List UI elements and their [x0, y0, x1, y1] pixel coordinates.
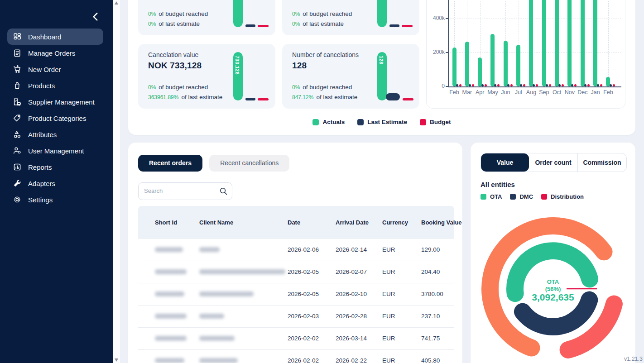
column-header-date[interactable]: Date: [288, 206, 300, 239]
entities-legend: OTADMCDistribution: [481, 193, 584, 200]
estimate-pct: 0%: [148, 21, 156, 27]
dot-budget-7[interactable]: [549, 84, 551, 86]
cell-booking-value: 129.00: [421, 239, 440, 261]
dot-last-estimate-1[interactable]: [469, 84, 471, 86]
table-row[interactable]: 2026-02-022026-02-22EUR405.80: [138, 350, 454, 363]
search-icon[interactable]: [219, 186, 228, 196]
bar-actuals-mar-1[interactable]: [465, 42, 469, 86]
estimate-pct-label: of last estimate: [181, 94, 222, 100]
sidebar-item-dashboard[interactable]: Dashboard: [7, 29, 103, 45]
cell-booking-value: 3780.00: [421, 283, 443, 305]
last-estimate-row: 847.12%of last estimate: [292, 94, 357, 100]
bar-actuals-jan-11[interactable]: [593, 0, 597, 86]
column-header-arrival-date[interactable]: Arrival Date: [336, 206, 369, 239]
dot-budget-0[interactable]: [459, 84, 461, 86]
search-input[interactable]: [139, 183, 221, 199]
column-header-short-id[interactable]: Short Id: [155, 206, 177, 239]
bar-actuals-dec-10[interactable]: [581, 0, 585, 86]
estimate-pct: 0%: [292, 21, 300, 27]
sidebar-item-new-order[interactable]: New Order: [7, 61, 103, 77]
column-header-currency[interactable]: Currency: [382, 206, 408, 239]
tab-recent-orders[interactable]: Recent orders: [138, 155, 202, 172]
scroll-up-arrow-icon[interactable]: [115, 1, 118, 5]
dot-last-estimate-7[interactable]: [546, 84, 548, 86]
sidebar-item-reports[interactable]: Reports: [7, 159, 103, 175]
dot-last-estimate-10[interactable]: [584, 84, 586, 86]
bar-actuals-feb-0[interactable]: [452, 48, 457, 86]
sidebar-item-user-management[interactable]: User Management: [7, 143, 103, 159]
sidebar-collapse-button[interactable]: [90, 12, 101, 22]
bar-actuals-jun-4[interactable]: [504, 41, 508, 86]
kpi-card-title: Cancelation value: [148, 51, 198, 58]
orders-table-header: Short IdClient NameDateArrival DateCurre…: [138, 206, 454, 239]
legend-item-distribution[interactable]: Distribution: [541, 193, 584, 200]
scroll-down-arrow-icon[interactable]: [115, 358, 118, 362]
column-header-client-name[interactable]: Client Name: [199, 206, 233, 239]
dot-budget-1[interactable]: [472, 84, 474, 86]
mini-bar-actuals: 733,128: [233, 52, 243, 100]
dot-last-estimate-0[interactable]: [456, 84, 458, 86]
orders-search: [138, 182, 232, 200]
content-scrollbar[interactable]: [113, 0, 120, 363]
legend-item-budget[interactable]: Budget: [420, 119, 451, 125]
last-estimate-row: 0%of last estimate: [292, 20, 344, 27]
sidebar-item-products[interactable]: Products: [7, 77, 103, 94]
sidebar-item-attributes[interactable]: Attributes: [7, 126, 103, 143]
short-id-redacted: [155, 358, 184, 363]
bar-actuals-nov-9[interactable]: [567, 0, 572, 86]
legend-item-ota[interactable]: OTA: [481, 193, 502, 200]
legend-item-actuals[interactable]: Actuals: [312, 119, 345, 125]
entities-tabs: ValueOrder countCommission: [481, 153, 627, 172]
bar-actuals-may-3[interactable]: [490, 34, 495, 86]
legend-item-dmc[interactable]: DMC: [510, 193, 533, 200]
x-tick-label: Feb: [601, 89, 616, 96]
column-header-booking-value[interactable]: Booking Value: [421, 206, 462, 239]
table-row[interactable]: 2026-02-052026-02-07EUR204.40: [138, 261, 454, 283]
sidebar-item-label: Products: [28, 82, 55, 90]
table-row[interactable]: 2026-02-062026-02-14EUR129.00: [138, 239, 454, 261]
bar-actuals-aug-6[interactable]: [529, 0, 533, 86]
dot-budget-10[interactable]: [587, 84, 590, 86]
mini-bar-budget: [258, 25, 269, 27]
estimate-pct: 363961.89%: [148, 94, 178, 100]
kpi-card: Number of cancelations1280%of budget rea…: [282, 44, 419, 109]
bar-actuals-sep-7[interactable]: [542, 0, 546, 86]
budget-pct: 0%: [292, 84, 300, 91]
mini-bar-last-estimate: [245, 24, 255, 27]
sidebar-item-product-categories[interactable]: Product Categories: [7, 110, 103, 126]
bar-actuals-oct-8[interactable]: [555, 0, 559, 86]
dot-budget-4[interactable]: [510, 84, 513, 86]
kpi-card: 0%of budget reached0%of last estimate: [138, 0, 275, 35]
sidebar-item-label: Reports: [28, 163, 52, 171]
bar-actuals-jul-5[interactable]: [516, 45, 520, 86]
table-row[interactable]: 2026-02-052026-02-10EUR3780.00: [138, 283, 454, 306]
cell-arrival-date: 2026-02-22: [336, 350, 367, 363]
sidebar-item-manage-orders[interactable]: Manage Orders: [7, 45, 103, 61]
budget-pct-label: of budget reached: [159, 84, 208, 91]
sidebar-item-label: User Management: [28, 147, 84, 155]
mini-bar-budget: [258, 98, 269, 100]
table-row[interactable]: 2026-02-022026-03-14EUR741.75: [138, 328, 454, 350]
bar-actuals-apr-2[interactable]: [478, 57, 482, 86]
kpi-card-title: Number of cancelations: [292, 51, 359, 58]
tab-value[interactable]: Value: [481, 153, 529, 172]
sidebar-item-supplier-management[interactable]: Supplier Management: [7, 94, 103, 110]
overview-panel: 0%of budget reached0%of last estimate0%o…: [128, 0, 635, 135]
mini-bar-last-estimate: [245, 98, 255, 100]
tab-recent-cancellations[interactable]: Recent cancellations: [209, 155, 289, 172]
sidebar-item-adapters[interactable]: Adapters: [7, 175, 103, 191]
dot-last-estimate-4[interactable]: [507, 84, 509, 86]
sidebar-item-label: Manage Orders: [28, 49, 75, 57]
sidebar-item-settings[interactable]: Settings: [7, 191, 103, 208]
tab-commission[interactable]: Commission: [577, 153, 626, 172]
table-row[interactable]: 2026-02-032026-02-28EUR237.10: [138, 306, 454, 328]
sidebar-nav: DashboardManage OrdersNew OrderProductsS…: [7, 29, 103, 208]
legend-item-last-estimate[interactable]: Last Estimate: [357, 119, 407, 125]
tab-order-count[interactable]: Order count: [529, 153, 577, 172]
cell-booking-value: 237.10: [421, 306, 440, 327]
donut-segment-dmc[interactable]: [523, 300, 589, 327]
bar-chart-icon: [13, 162, 22, 172]
legend-label: Distribution: [551, 193, 584, 200]
entities-panel: ValueOrder countCommission All entities …: [471, 143, 635, 363]
wrench-icon: [13, 179, 22, 188]
